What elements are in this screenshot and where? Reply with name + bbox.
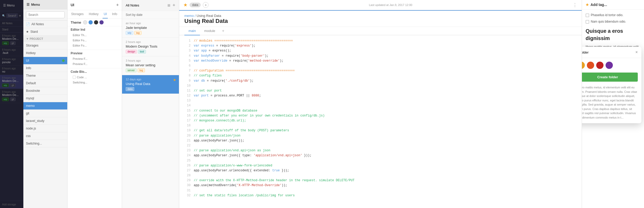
color-purple[interactable] bbox=[606, 62, 613, 69]
list-item[interactable]: 8 hours ago Modern De... wip git bbox=[0, 33, 23, 47]
folder-colors bbox=[582, 58, 641, 73]
note-item-realdata[interactable]: 12 days ago Using Real Data ★ data bbox=[122, 75, 179, 94]
checkbox-2[interactable] bbox=[586, 20, 589, 24]
menu-button[interactable]: ☰ Menu bbox=[0, 0, 23, 11]
sidebar-item-storages[interactable]: Storages bbox=[23, 42, 67, 49]
checkbox-1[interactable] bbox=[586, 14, 589, 17]
sidebar-item-ui[interactable]: UI bbox=[23, 57, 67, 64]
star-button[interactable]: ★ bbox=[183, 2, 187, 8]
code-line: 10 bbox=[184, 83, 576, 88]
sidebar-item-boostnote[interactable]: Boostnote bbox=[23, 87, 67, 95]
tab-storages[interactable]: Storages bbox=[70, 10, 85, 18]
switching-item[interactable]: Switching... bbox=[71, 80, 119, 85]
sidebar-item-stard[interactable]: ★ Stard bbox=[23, 28, 67, 36]
color-orange[interactable] bbox=[582, 62, 585, 69]
theme-circle-purple[interactable] bbox=[99, 20, 104, 24]
folder-dialog: v folder × Create folder libero mattis m… bbox=[582, 47, 641, 123]
add-folder-icon[interactable]: + bbox=[116, 3, 119, 7]
theme-circle-dark[interactable] bbox=[94, 20, 98, 24]
code-line: 12 var port = process.env.PORT || 8080; bbox=[184, 93, 576, 98]
code-line: 30 app.use(methodOverride('X-HTTP-Method… bbox=[184, 183, 576, 188]
left-search-input[interactable] bbox=[26, 11, 65, 18]
tag-tag: tag bbox=[138, 68, 145, 72]
color-red[interactable] bbox=[596, 62, 603, 69]
add-tag-button[interactable]: + bbox=[203, 2, 209, 8]
storage-header: UI + bbox=[68, 0, 122, 10]
folder-close-button[interactable]: × bbox=[635, 50, 638, 55]
create-folder-button[interactable]: Create folder bbox=[582, 73, 638, 82]
sidebar-item-default[interactable]: Default bbox=[23, 80, 67, 87]
sidebar-item-laravel[interactable]: laravel_study bbox=[23, 117, 67, 125]
sidebar-item-css[interactable]: css bbox=[23, 132, 67, 140]
code-line: 23 // parse application/vnd.api+json as … bbox=[184, 148, 576, 153]
color-red-orange[interactable] bbox=[587, 62, 594, 69]
star-icon-right: ★ bbox=[586, 3, 589, 7]
list-item[interactable]: 9 hours ago Modern De... wip git bbox=[0, 89, 23, 103]
editor-item-3[interactable]: Editor Fo... bbox=[71, 43, 119, 48]
code-item-1[interactable]: Code ... bbox=[71, 75, 119, 80]
more-options-button[interactable]: ⋮ bbox=[573, 2, 578, 8]
sort-by-date[interactable]: Sort by date bbox=[126, 13, 143, 17]
editor-title-bar: memo / Using Real Data Using Real Data bbox=[179, 11, 582, 27]
sidebar-item-nodejs[interactable]: node.js bbox=[23, 125, 67, 132]
add-tag-icon: + bbox=[205, 3, 207, 7]
tag-tool: tool bbox=[138, 50, 146, 54]
tab-module[interactable]: module bbox=[200, 27, 219, 35]
code-line: 31 bbox=[184, 188, 576, 193]
breadcrumb-prefix: memo bbox=[184, 14, 194, 18]
sidebar-item-mysql[interactable]: mysql bbox=[23, 95, 67, 102]
note-item-jade[interactable]: an hour ago Jade template wip tag bbox=[122, 19, 179, 38]
editor-item-1[interactable]: Editor Th... bbox=[71, 32, 119, 38]
sidebar-item-switching[interactable]: Switching... bbox=[23, 140, 67, 147]
tab-info[interactable]: Info bbox=[111, 10, 118, 18]
storage-title: UI bbox=[71, 3, 74, 7]
tab-main[interactable]: main bbox=[184, 27, 200, 35]
code-checkbox[interactable] bbox=[73, 76, 76, 79]
list-item[interactable]: 9 hours ago Modern De... wip git bbox=[0, 75, 23, 89]
add-note-button[interactable]: + bbox=[172, 3, 175, 8]
allnotes-icon: 📄 bbox=[26, 22, 30, 26]
add-tag-label[interactable]: Add tag... bbox=[591, 3, 607, 7]
code-area[interactable]: 1 // modules ===========================… bbox=[179, 35, 582, 208]
tag-button[interactable]: data bbox=[190, 3, 201, 7]
theme-circle-blue[interactable] bbox=[89, 20, 93, 24]
code-line: 21 app.use(bodyParser.json()); bbox=[184, 138, 576, 143]
tag-design: design bbox=[126, 50, 137, 54]
sidebar-item-allnotes[interactable]: 📄 All Notes bbox=[23, 21, 67, 28]
sidebar-item-hotkey[interactable]: Hotkey bbox=[23, 49, 67, 57]
theme-circles bbox=[83, 20, 104, 24]
right-title: ★ Add tag... bbox=[586, 3, 607, 7]
editor-label: Editor Ind bbox=[71, 28, 119, 31]
theme-circle-light[interactable] bbox=[83, 20, 87, 24]
tab-ui[interactable]: UI bbox=[103, 10, 108, 18]
tag-git: git bbox=[10, 41, 16, 45]
far-left-search-input[interactable] bbox=[6, 13, 18, 18]
note-item-mean[interactable]: 3 hours ago Mean server setting server t… bbox=[122, 56, 179, 75]
sidebar-item-memo[interactable]: memo bbox=[23, 102, 67, 110]
add-tab-button[interactable]: + bbox=[219, 28, 227, 34]
grid-view-icon[interactable]: ⊞ bbox=[167, 3, 170, 7]
editor-actions-left: ★ data + bbox=[183, 2, 209, 8]
note-item-modern[interactable]: 2 hours ago Modern Design Tools design t… bbox=[122, 38, 179, 56]
list-item[interactable]: 8 hours ago no bbox=[0, 66, 23, 75]
text2: Nam quis bibendum odio. bbox=[591, 19, 626, 24]
editor-tabs: main module + bbox=[179, 27, 582, 35]
big-heading: Quisque a eros dignissim bbox=[586, 27, 640, 42]
preview-item-1[interactable]: Preview F... bbox=[71, 56, 119, 61]
add-storage-button[interactable]: Add storage bbox=[0, 201, 23, 208]
code-line: 11 // set our port bbox=[184, 88, 576, 93]
code-line: 5 var methodOverride = require('method-o… bbox=[184, 58, 576, 63]
sidebar-item-info[interactable]: Info bbox=[23, 64, 67, 72]
notes-panel: All Notes ⊞ + Sort by date an hour ago J… bbox=[122, 0, 179, 208]
sidebar-item-theme[interactable]: Theme bbox=[23, 72, 67, 80]
sidebar-item-git[interactable]: git bbox=[23, 110, 67, 117]
editor-item-2[interactable]: Editor Fo... bbox=[71, 38, 119, 43]
stard-label[interactable]: Stard bbox=[0, 27, 23, 33]
tab-hotkey[interactable]: Hotkey bbox=[88, 10, 99, 18]
add-note-icon[interactable]: + bbox=[19, 14, 21, 18]
list-item[interactable]: 8 hours ago .fault bbox=[0, 47, 23, 56]
storage-panel: UI + Storages Hotkey UI Info Theme Edito… bbox=[68, 0, 122, 208]
preview-item-2[interactable]: Preview F... bbox=[71, 61, 119, 67]
code-line: 6 bbox=[184, 63, 576, 68]
list-item[interactable]: 8 hours ago psnote bbox=[0, 56, 23, 66]
